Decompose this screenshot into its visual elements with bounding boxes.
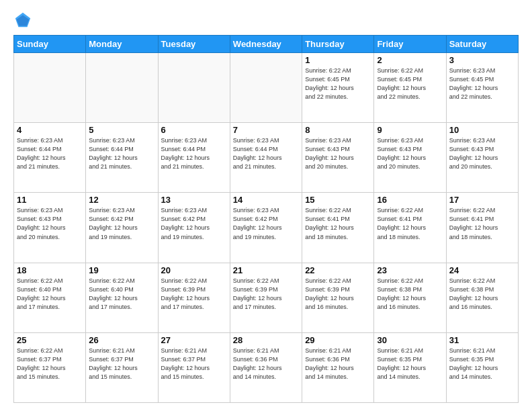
calendar-cell: 1Sunrise: 6:22 AM Sunset: 6:45 PM Daylig…: [302, 53, 374, 123]
calendar-week-3: 11Sunrise: 6:23 AM Sunset: 6:43 PM Dayli…: [14, 193, 519, 263]
calendar-cell: 24Sunrise: 6:22 AM Sunset: 6:38 PM Dayli…: [446, 263, 518, 332]
day-info: Sunrise: 6:23 AM Sunset: 6:42 PM Dayligh…: [89, 206, 154, 241]
day-info: Sunrise: 6:22 AM Sunset: 6:40 PM Dayligh…: [89, 277, 154, 312]
day-number: 19: [89, 265, 154, 275]
calendar-header-row: Sunday Monday Tuesday Wednesday Thursday…: [14, 36, 519, 53]
day-info: Sunrise: 6:22 AM Sunset: 6:39 PM Dayligh…: [233, 277, 299, 312]
day-number: 20: [161, 265, 227, 275]
day-number: 18: [17, 265, 83, 275]
calendar-cell: 5Sunrise: 6:23 AM Sunset: 6:44 PM Daylig…: [86, 123, 158, 193]
day-number: 29: [305, 335, 371, 345]
calendar-cell: [230, 53, 302, 123]
day-number: 26: [89, 335, 154, 345]
day-info: Sunrise: 6:22 AM Sunset: 6:37 PM Dayligh…: [17, 347, 83, 381]
day-info: Sunrise: 6:22 AM Sunset: 6:38 PM Dayligh…: [449, 277, 515, 312]
calendar-cell: 25Sunrise: 6:22 AM Sunset: 6:37 PM Dayli…: [14, 332, 86, 402]
day-number: 14: [233, 195, 299, 205]
calendar-cell: 31Sunrise: 6:21 AM Sunset: 6:35 PM Dayli…: [446, 332, 518, 402]
calendar-cell: 18Sunrise: 6:22 AM Sunset: 6:40 PM Dayli…: [14, 263, 86, 332]
day-number: 5: [89, 125, 154, 135]
day-info: Sunrise: 6:23 AM Sunset: 6:44 PM Dayligh…: [17, 136, 83, 171]
day-info: Sunrise: 6:21 AM Sunset: 6:35 PM Dayligh…: [377, 347, 443, 381]
header-monday: Monday: [86, 36, 158, 53]
calendar-cell: 2Sunrise: 6:22 AM Sunset: 6:45 PM Daylig…: [374, 53, 446, 123]
calendar-cell: 23Sunrise: 6:22 AM Sunset: 6:38 PM Dayli…: [374, 263, 446, 332]
day-number: 28: [233, 335, 299, 345]
day-number: 7: [233, 125, 299, 135]
day-number: 11: [17, 195, 83, 205]
day-number: 31: [449, 335, 515, 345]
calendar-cell: 15Sunrise: 6:22 AM Sunset: 6:41 PM Dayli…: [302, 193, 374, 263]
day-number: 13: [161, 195, 227, 205]
day-info: Sunrise: 6:23 AM Sunset: 6:43 PM Dayligh…: [17, 206, 83, 241]
day-info: Sunrise: 6:23 AM Sunset: 6:43 PM Dayligh…: [305, 136, 371, 171]
day-info: Sunrise: 6:21 AM Sunset: 6:37 PM Dayligh…: [161, 347, 227, 381]
calendar-cell: [86, 53, 158, 123]
day-number: 21: [233, 265, 299, 275]
calendar-cell: 30Sunrise: 6:21 AM Sunset: 6:35 PM Dayli…: [374, 332, 446, 402]
calendar-cell: 17Sunrise: 6:22 AM Sunset: 6:41 PM Dayli…: [446, 193, 518, 263]
calendar-week-1: 1Sunrise: 6:22 AM Sunset: 6:45 PM Daylig…: [14, 53, 519, 123]
day-info: Sunrise: 6:23 AM Sunset: 6:43 PM Dayligh…: [449, 136, 515, 171]
logo: [13, 11, 35, 30]
day-number: 16: [377, 195, 443, 205]
day-info: Sunrise: 6:22 AM Sunset: 6:40 PM Dayligh…: [17, 277, 83, 312]
day-info: Sunrise: 6:22 AM Sunset: 6:41 PM Dayligh…: [305, 206, 371, 241]
day-number: 8: [305, 125, 371, 135]
calendar-week-4: 18Sunrise: 6:22 AM Sunset: 6:40 PM Dayli…: [14, 263, 519, 332]
logo-icon: [13, 11, 32, 30]
header-sunday: Sunday: [14, 36, 86, 53]
calendar-cell: 19Sunrise: 6:22 AM Sunset: 6:40 PM Dayli…: [86, 263, 158, 332]
calendar-cell: 6Sunrise: 6:23 AM Sunset: 6:44 PM Daylig…: [158, 123, 230, 193]
day-info: Sunrise: 6:23 AM Sunset: 6:45 PM Dayligh…: [449, 66, 515, 101]
calendar-cell: 9Sunrise: 6:23 AM Sunset: 6:43 PM Daylig…: [374, 123, 446, 193]
header-tuesday: Tuesday: [158, 36, 230, 53]
calendar-cell: 4Sunrise: 6:23 AM Sunset: 6:44 PM Daylig…: [14, 123, 86, 193]
day-info: Sunrise: 6:22 AM Sunset: 6:39 PM Dayligh…: [305, 277, 371, 312]
day-info: Sunrise: 6:22 AM Sunset: 6:38 PM Dayligh…: [377, 277, 443, 312]
day-info: Sunrise: 6:22 AM Sunset: 6:41 PM Dayligh…: [449, 206, 515, 241]
day-info: Sunrise: 6:23 AM Sunset: 6:44 PM Dayligh…: [161, 136, 227, 171]
calendar-cell: 22Sunrise: 6:22 AM Sunset: 6:39 PM Dayli…: [302, 263, 374, 332]
day-number: 24: [449, 265, 515, 275]
day-info: Sunrise: 6:21 AM Sunset: 6:36 PM Dayligh…: [233, 347, 299, 381]
day-number: 15: [305, 195, 371, 205]
day-info: Sunrise: 6:22 AM Sunset: 6:45 PM Dayligh…: [377, 66, 443, 101]
calendar-week-2: 4Sunrise: 6:23 AM Sunset: 6:44 PM Daylig…: [14, 123, 519, 193]
day-number: 3: [449, 55, 515, 65]
day-number: 27: [161, 335, 227, 345]
calendar-week-5: 25Sunrise: 6:22 AM Sunset: 6:37 PM Dayli…: [14, 332, 519, 402]
day-info: Sunrise: 6:23 AM Sunset: 6:43 PM Dayligh…: [377, 136, 443, 171]
day-info: Sunrise: 6:23 AM Sunset: 6:44 PM Dayligh…: [89, 136, 154, 171]
calendar-cell: 11Sunrise: 6:23 AM Sunset: 6:43 PM Dayli…: [14, 193, 86, 263]
day-number: 9: [377, 125, 443, 135]
calendar-cell: 12Sunrise: 6:23 AM Sunset: 6:42 PM Dayli…: [86, 193, 158, 263]
calendar-cell: 21Sunrise: 6:22 AM Sunset: 6:39 PM Dayli…: [230, 263, 302, 332]
calendar-cell: [14, 53, 86, 123]
calendar-table: Sunday Monday Tuesday Wednesday Thursday…: [13, 35, 519, 403]
day-number: 10: [449, 125, 515, 135]
header-thursday: Thursday: [302, 36, 374, 53]
calendar-cell: 13Sunrise: 6:23 AM Sunset: 6:42 PM Dayli…: [158, 193, 230, 263]
day-number: 4: [17, 125, 83, 135]
header-wednesday: Wednesday: [230, 36, 302, 53]
day-number: 12: [89, 195, 154, 205]
calendar-cell: 27Sunrise: 6:21 AM Sunset: 6:37 PM Dayli…: [158, 332, 230, 402]
calendar-cell: 10Sunrise: 6:23 AM Sunset: 6:43 PM Dayli…: [446, 123, 518, 193]
day-number: 25: [17, 335, 83, 345]
calendar-cell: 8Sunrise: 6:23 AM Sunset: 6:43 PM Daylig…: [302, 123, 374, 193]
day-info: Sunrise: 6:22 AM Sunset: 6:41 PM Dayligh…: [377, 206, 443, 241]
day-info: Sunrise: 6:23 AM Sunset: 6:44 PM Dayligh…: [233, 136, 299, 171]
calendar-cell: 7Sunrise: 6:23 AM Sunset: 6:44 PM Daylig…: [230, 123, 302, 193]
page: Sunday Monday Tuesday Wednesday Thursday…: [0, 0, 532, 411]
day-info: Sunrise: 6:23 AM Sunset: 6:42 PM Dayligh…: [161, 206, 227, 241]
calendar-cell: 28Sunrise: 6:21 AM Sunset: 6:36 PM Dayli…: [230, 332, 302, 402]
calendar-cell: 14Sunrise: 6:23 AM Sunset: 6:42 PM Dayli…: [230, 193, 302, 263]
day-info: Sunrise: 6:23 AM Sunset: 6:42 PM Dayligh…: [233, 206, 299, 241]
header: [13, 11, 519, 30]
day-number: 30: [377, 335, 443, 345]
calendar-cell: 20Sunrise: 6:22 AM Sunset: 6:39 PM Dayli…: [158, 263, 230, 332]
day-number: 2: [377, 55, 443, 65]
day-info: Sunrise: 6:21 AM Sunset: 6:37 PM Dayligh…: [89, 347, 154, 381]
day-number: 17: [449, 195, 515, 205]
